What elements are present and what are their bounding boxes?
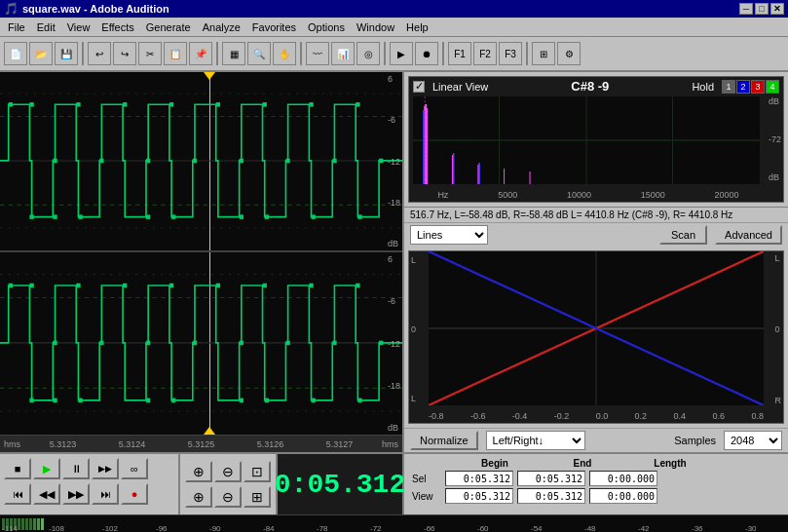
titlebar-controls: ─ □ ✕ xyxy=(739,3,784,15)
menu-generate[interactable]: Generate xyxy=(140,19,197,35)
tb-paste[interactable]: 📌 xyxy=(189,42,212,65)
tb-fx3[interactable]: F3 xyxy=(499,42,522,65)
menu-help[interactable]: Help xyxy=(400,19,434,35)
view-begin-value[interactable]: 0:05.312 xyxy=(445,488,513,504)
tb-cut[interactable]: ✂ xyxy=(138,42,162,65)
db-label-neg6: -6 xyxy=(388,115,400,125)
zoom-in-v[interactable]: ⊕ xyxy=(185,486,212,508)
svg-rect-49 xyxy=(309,284,313,288)
view-label: View xyxy=(412,491,441,502)
zoom-fit[interactable]: ⊞ xyxy=(244,486,271,508)
title-text: square.wav - Adobe Audition xyxy=(22,3,169,15)
time-ruler: hms 5.3123 5.3124 5.3125 5.3126 5.3127 h… xyxy=(0,435,402,452)
transport-controls: ■ ▶ ⏸ ▶▶ ∞ ⏮ ◀◀ ▶▶ ⏭ ● xyxy=(0,454,180,514)
tb-fx2[interactable]: F2 xyxy=(473,42,497,65)
scan-button[interactable]: Scan xyxy=(659,225,707,245)
sel-end-value[interactable]: 0:05.312 xyxy=(517,471,585,486)
tb-mix[interactable]: ⊞ xyxy=(532,42,555,65)
tb-settings[interactable]: ⚙ xyxy=(557,42,581,65)
tb-undo[interactable]: ↩ xyxy=(88,42,111,65)
svg-rect-17 xyxy=(285,159,289,163)
waveform-bottom-channel[interactable]: 6 -6 -12 -18 dB xyxy=(0,252,402,435)
hold-btn-4[interactable]: 4 xyxy=(766,80,779,94)
play-looped-button[interactable]: ▶▶ xyxy=(92,458,119,479)
normalize-button[interactable]: Normalize xyxy=(410,431,478,450)
menu-options[interactable]: Options xyxy=(302,19,351,35)
close-button[interactable]: ✕ xyxy=(770,3,784,15)
rewind-button[interactable]: ◀◀ xyxy=(33,483,60,505)
svg-rect-9 xyxy=(99,159,103,163)
menu-effects[interactable]: Effects xyxy=(95,19,139,35)
hold-btn-2[interactable]: 2 xyxy=(736,80,750,94)
tb-open[interactable]: 📂 xyxy=(29,42,53,65)
tb-hand[interactable]: ✋ xyxy=(273,42,296,65)
sel-begin-value[interactable]: 0:05.312 xyxy=(445,471,513,486)
time-5124: 5.3124 xyxy=(119,439,146,449)
svg-rect-43 xyxy=(169,284,173,288)
zoom-out-h[interactable]: ⊖ xyxy=(214,461,242,482)
transport-bar: ■ ▶ ⏸ ▶▶ ∞ ⏮ ◀◀ ▶▶ ⏭ ● ⊕ ⊖ ⊡ ⊕ ⊖ ⊞ 0:05.… xyxy=(0,452,788,514)
tb-fx1[interactable]: F1 xyxy=(448,42,471,65)
loop-button[interactable]: ∞ xyxy=(121,458,148,479)
hold-btn-3[interactable]: 3 xyxy=(751,80,765,94)
tb-spec[interactable]: 📊 xyxy=(331,42,355,65)
level-bar[interactable]: -114 -108 -102 -96 -90 -84 -78 -72 -66 -… xyxy=(0,514,788,532)
hold-btn-1[interactable]: 1 xyxy=(722,80,735,94)
goto-end-button[interactable]: ⏭ xyxy=(92,483,119,505)
menu-window[interactable]: Window xyxy=(351,19,400,35)
fast-forward-button[interactable]: ▶▶ xyxy=(62,483,90,505)
tb-save[interactable]: 💾 xyxy=(55,42,78,65)
hms-label-right: hms xyxy=(378,439,402,449)
spectrum-analyzer[interactable]: ✓ Linear View C#8 -9 Hold 1 2 3 4 xyxy=(408,76,784,203)
sel-length-value[interactable]: 0:00.000 xyxy=(589,471,657,486)
spectrum-db-right: dB -72 dB xyxy=(769,96,781,182)
menu-edit[interactable]: Edit xyxy=(31,19,61,35)
svg-rect-91 xyxy=(29,518,32,530)
zoom-out-v[interactable]: ⊖ xyxy=(214,486,242,508)
goto-start-button[interactable]: ⏮ xyxy=(4,483,31,505)
tb-play[interactable]: ▶ xyxy=(390,42,413,65)
svg-rect-19 xyxy=(332,159,336,163)
view-end-value[interactable]: 0:05.312 xyxy=(517,488,585,504)
play-button[interactable]: ▶ xyxy=(33,458,60,479)
tb-rec[interactable]: ⏺ xyxy=(415,42,438,65)
menu-favorites[interactable]: Favorites xyxy=(246,19,302,35)
tb-copy[interactable]: 📋 xyxy=(164,42,187,65)
pause-button[interactable]: ⏸ xyxy=(62,458,90,479)
db-r-top: dB xyxy=(769,96,781,106)
record-button[interactable]: ● xyxy=(121,483,148,505)
menu-analyze[interactable]: Analyze xyxy=(197,19,246,35)
tb-zoom[interactable]: 🔍 xyxy=(247,42,271,65)
hold-label: Hold xyxy=(692,81,714,93)
stop-button[interactable]: ■ xyxy=(4,458,31,479)
menu-file[interactable]: File xyxy=(2,19,31,35)
zoom-in-h[interactable]: ⊕ xyxy=(185,461,212,482)
maximize-button[interactable]: □ xyxy=(755,3,769,15)
phase-display[interactable]: L 0 L L 0 R -0.8 -0.6 -0.4 -0.2 0.0 0.2 … xyxy=(408,250,784,424)
lr-dropdown[interactable]: Left/Right↓ Sum/Difference xyxy=(486,431,585,450)
tb-eq[interactable]: 〰 xyxy=(306,42,329,65)
svg-rect-28 xyxy=(265,214,269,218)
right-panel: ✓ Linear View C#8 -9 Hold 1 2 3 4 xyxy=(404,72,788,452)
phase-hz-04: 0.4 xyxy=(674,411,687,421)
linear-view-checkbox[interactable]: ✓ xyxy=(413,81,425,93)
advanced-button[interactable]: Advanced xyxy=(715,225,782,245)
tb-select[interactable]: ▦ xyxy=(222,42,245,65)
svg-text:-30: -30 xyxy=(745,524,757,532)
minimize-button[interactable]: ─ xyxy=(739,3,753,15)
tb-redo[interactable]: ↪ xyxy=(113,42,136,65)
samples-dropdown[interactable]: 2048 1024 4096 xyxy=(724,431,782,450)
svg-text:-72: -72 xyxy=(370,524,382,532)
phase-l-bot: L xyxy=(411,394,416,403)
zoom-sel[interactable]: ⊡ xyxy=(244,461,271,482)
tb-new[interactable]: 📄 xyxy=(4,42,27,65)
db-label-bn12: -12 xyxy=(388,339,400,349)
waveform-top-channel[interactable]: 6 -6 -12 -18 dB xyxy=(0,72,402,252)
tb-phase[interactable]: ◎ xyxy=(356,42,380,65)
length-col-label: Length xyxy=(636,458,704,469)
menu-view[interactable]: View xyxy=(61,19,96,35)
svg-rect-14 xyxy=(216,102,220,106)
svg-rect-50 xyxy=(332,341,336,346)
view-length-value[interactable]: 0:00.000 xyxy=(589,488,657,504)
lines-dropdown[interactable]: Lines Filled 3D xyxy=(410,225,488,245)
